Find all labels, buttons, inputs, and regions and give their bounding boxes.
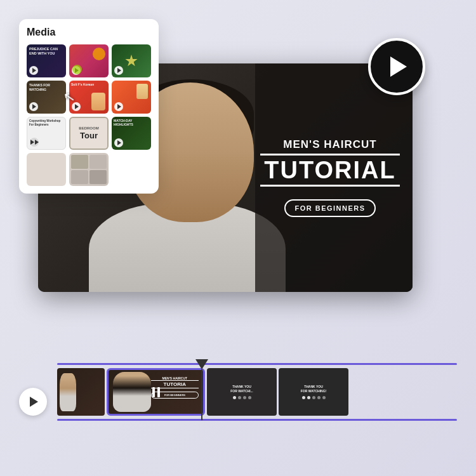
play-circle-button[interactable] bbox=[368, 38, 425, 95]
thumb-soli-text: Soli F's Korean bbox=[71, 83, 106, 87]
playhead-line bbox=[201, 369, 202, 420]
frame3-dots bbox=[302, 396, 326, 399]
thumb-green-play[interactable] bbox=[114, 66, 123, 75]
thumb-prejudice-text: PREJUDICE CAN END WITH YOU bbox=[29, 47, 63, 56]
timeline-line-top bbox=[57, 363, 457, 365]
thumb-colorful2-play[interactable] bbox=[114, 102, 123, 111]
media-panel-title: Media bbox=[27, 27, 151, 38]
thumb-copywriting-play[interactable] bbox=[30, 138, 39, 147]
thumb-thanks-text: THANKS FOR WATCHING bbox=[29, 83, 63, 91]
media-panel: Media PREJUDICE CAN END WITH YOU bbox=[19, 19, 159, 194]
thumb-prejudice-play[interactable] bbox=[29, 66, 38, 75]
video-badge: FOR BEGINNERS bbox=[284, 199, 375, 217]
thumb-bedroom-text: BEDROOM Tour bbox=[79, 126, 98, 141]
film-frame-2[interactable]: THANK YOUFOR WATCHI... bbox=[207, 368, 277, 416]
media-grid: PREJUDICE CAN END WITH YOU THANKS FOR WA… bbox=[27, 44, 151, 186]
timeline-line-bottom bbox=[57, 419, 457, 421]
thumb-copywriting-text: Copywriting Workshop For Beginners bbox=[29, 119, 63, 127]
film-frame-highlighted[interactable]: MEN'S HAIRCUT TUTORIA FOR BEGINNERS bbox=[107, 368, 205, 416]
timeline-container: MEN'S HAIRCUT TUTORIA FOR BEGINNERS THAN… bbox=[19, 349, 457, 425]
thumb-copywriting[interactable]: Copywriting Workshop For Beginners bbox=[27, 117, 66, 150]
thumb-empty1[interactable] bbox=[27, 153, 66, 186]
video-title-line2: TUTORIAL bbox=[260, 154, 400, 187]
video-title-line1: MEN'S HAIRCUT bbox=[260, 138, 400, 151]
thumb-colorful1[interactable] bbox=[69, 44, 109, 77]
film-strip: MEN'S HAIRCUT TUTORIA FOR BEGINNERS THAN… bbox=[57, 368, 457, 419]
thumb-thanks[interactable]: THANKS FOR WATCHING bbox=[27, 81, 66, 114]
thumb-match-day[interactable]: MATCH-DAY HIGHLIGHTS bbox=[112, 117, 151, 150]
frame-pause-icon bbox=[152, 387, 160, 397]
scene: { "media_panel": { "title": "Media", "th… bbox=[0, 0, 476, 476]
playhead-triangle bbox=[195, 359, 208, 369]
thumb-green[interactable] bbox=[112, 44, 151, 77]
thumb-thanks-play[interactable] bbox=[29, 102, 38, 111]
frame-1-person bbox=[60, 373, 76, 411]
thumb-match-day-text: MATCH-DAY HIGHLIGHTS bbox=[114, 119, 149, 126]
thumb-colorful2[interactable] bbox=[112, 81, 151, 114]
timeline-play-button[interactable] bbox=[19, 388, 47, 416]
frame2-dots bbox=[233, 396, 251, 399]
frame2-text1: THANK YOUFOR WATCHI... bbox=[230, 385, 253, 393]
thumb-match-day-play[interactable] bbox=[114, 138, 123, 147]
video-text-overlay: MEN'S HAIRCUT TUTORIAL FOR BEGINNERS bbox=[260, 138, 400, 217]
film-frame-3[interactable]: THANK YOUFOR WATCHING! bbox=[279, 368, 348, 416]
playhead[interactable] bbox=[195, 359, 208, 420]
play-circle-icon bbox=[390, 56, 407, 77]
frame3-text1: THANK YOUFOR WATCHING! bbox=[301, 385, 326, 393]
thumb-prejudice[interactable]: PREJUDICE CAN END WITH YOU bbox=[27, 44, 66, 77]
thumb-bedroom-tour[interactable]: BEDROOM Tour bbox=[69, 117, 109, 150]
film-frame-1[interactable] bbox=[57, 368, 105, 416]
thumb-collage[interactable] bbox=[69, 153, 109, 186]
timeline-play-icon bbox=[30, 397, 38, 407]
